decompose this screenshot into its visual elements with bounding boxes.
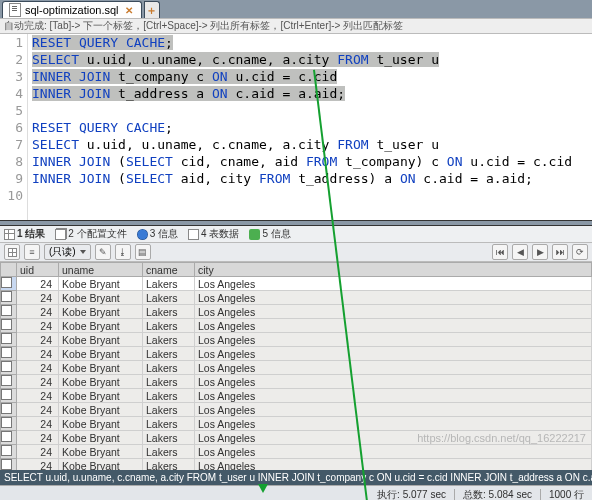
cell-uname[interactable]: Kobe Bryant <box>59 361 143 375</box>
table-row[interactable]: 24Kobe BryantLakersLos Angeles <box>1 375 592 389</box>
cell-uname[interactable]: Kobe Bryant <box>59 459 143 471</box>
row-header[interactable] <box>1 291 17 305</box>
code-line[interactable]: INNER JOIN (SELECT aid, city FROM t_addr… <box>32 170 592 187</box>
close-tab-icon[interactable]: ✕ <box>123 3 135 17</box>
cell-cname[interactable]: Lakers <box>143 375 195 389</box>
row-header[interactable] <box>1 319 17 333</box>
cell-cname[interactable]: Lakers <box>143 319 195 333</box>
code-line[interactable]: INNER JOIN (SELECT cid, cname, aid FROM … <box>32 153 592 170</box>
cell-city[interactable]: Los Angeles <box>195 459 592 471</box>
cell-cname[interactable]: Lakers <box>143 445 195 459</box>
row-header[interactable] <box>1 389 17 403</box>
row-selector-header[interactable] <box>1 263 17 277</box>
cell-city[interactable]: Los Angeles <box>195 333 592 347</box>
cell-uid[interactable]: 24 <box>17 347 59 361</box>
cell-cname[interactable]: Lakers <box>143 333 195 347</box>
row-header[interactable] <box>1 445 17 459</box>
cell-uname[interactable]: Kobe Bryant <box>59 445 143 459</box>
cell-cname[interactable]: Lakers <box>143 417 195 431</box>
row-header[interactable] <box>1 375 17 389</box>
toolbar-button-2[interactable]: ▤ <box>135 244 151 260</box>
row-header[interactable] <box>1 305 17 319</box>
cell-uid[interactable]: 24 <box>17 319 59 333</box>
table-row[interactable]: 24Kobe BryantLakersLos Angeles <box>1 459 592 471</box>
cell-uid[interactable]: 24 <box>17 277 59 291</box>
export-button[interactable]: ⭳ <box>115 244 131 260</box>
cell-uid[interactable]: 24 <box>17 361 59 375</box>
cell-cname[interactable]: Lakers <box>143 291 195 305</box>
cell-city[interactable]: Los Angeles <box>195 403 592 417</box>
cell-city[interactable]: Los Angeles <box>195 361 592 375</box>
cell-cname[interactable]: Lakers <box>143 305 195 319</box>
row-header[interactable] <box>1 347 17 361</box>
cell-uname[interactable]: Kobe Bryant <box>59 319 143 333</box>
code-content[interactable]: RESET QUERY CACHE;SELECT u.uid, u.uname,… <box>28 34 592 220</box>
cell-city[interactable]: Los Angeles <box>195 445 592 459</box>
row-header[interactable] <box>1 403 17 417</box>
code-line[interactable] <box>32 187 592 204</box>
code-line[interactable]: INNER JOIN t_address a ON c.aid = a.aid; <box>32 85 592 102</box>
cell-city[interactable]: Los Angeles <box>195 347 592 361</box>
code-line[interactable]: RESET QUERY CACHE; <box>32 119 592 136</box>
cell-uname[interactable]: Kobe Bryant <box>59 375 143 389</box>
prev-page-button[interactable]: ◀ <box>512 244 528 260</box>
cell-uid[interactable]: 24 <box>17 305 59 319</box>
cell-uid[interactable]: 24 <box>17 375 59 389</box>
code-line[interactable]: SELECT u.uid, u.uname, c.cname, a.city F… <box>32 51 592 68</box>
cell-city[interactable]: Los Angeles <box>195 319 592 333</box>
code-line[interactable]: RESET QUERY CACHE; <box>32 34 592 51</box>
cell-city[interactable]: Los Angeles <box>195 389 592 403</box>
row-header[interactable] <box>1 431 17 445</box>
code-line[interactable]: SELECT u.uid, u.uname, c.cname, a.city F… <box>32 136 592 153</box>
cell-uid[interactable]: 24 <box>17 431 59 445</box>
tab-info1[interactable]: 3 信息 <box>137 227 178 241</box>
cell-cname[interactable]: Lakers <box>143 459 195 471</box>
code-line[interactable] <box>32 102 592 119</box>
code-line[interactable]: INNER JOIN t_company c ON u.cid = c.cid <box>32 68 592 85</box>
table-row[interactable]: 24Kobe BryantLakersLos Angeles <box>1 347 592 361</box>
cell-uname[interactable]: Kobe Bryant <box>59 305 143 319</box>
table-row[interactable]: 24Kobe BryantLakersLos Angeles <box>1 319 592 333</box>
table-row[interactable]: 24Kobe BryantLakersLos Angeles <box>1 305 592 319</box>
cell-cname[interactable]: Lakers <box>143 431 195 445</box>
readonly-indicator[interactable]: (只读) <box>44 244 91 260</box>
grid-view-button[interactable] <box>4 244 20 260</box>
cell-uname[interactable]: Kobe Bryant <box>59 333 143 347</box>
tab-result[interactable]: 1 结果 <box>4 227 45 241</box>
table-row[interactable]: 24Kobe BryantLakersLos Angeles <box>1 361 592 375</box>
refresh-button[interactable]: ⟳ <box>572 244 588 260</box>
new-tab-button[interactable]: ＋ <box>144 1 160 18</box>
toolbar-button-1[interactable]: ✎ <box>95 244 111 260</box>
first-page-button[interactable]: ⏮ <box>492 244 508 260</box>
table-row[interactable]: 24Kobe BryantLakersLos Angeles <box>1 403 592 417</box>
cell-uid[interactable]: 24 <box>17 291 59 305</box>
row-header[interactable] <box>1 417 17 431</box>
table-row[interactable]: 24Kobe BryantLakersLos Angeles <box>1 277 592 291</box>
cell-uid[interactable]: 24 <box>17 459 59 471</box>
next-page-button[interactable]: ▶ <box>532 244 548 260</box>
cell-uid[interactable]: 24 <box>17 389 59 403</box>
table-row[interactable]: 24Kobe BryantLakersLos Angeles <box>1 389 592 403</box>
cell-uname[interactable]: Kobe Bryant <box>59 291 143 305</box>
tab-tabledata[interactable]: 4 表数据 <box>188 227 239 241</box>
cell-uid[interactable]: 24 <box>17 403 59 417</box>
cell-cname[interactable]: Lakers <box>143 361 195 375</box>
cell-cname[interactable]: Lakers <box>143 347 195 361</box>
cell-uname[interactable]: Kobe Bryant <box>59 389 143 403</box>
cell-city[interactable]: Los Angeles <box>195 375 592 389</box>
cell-cname[interactable]: Lakers <box>143 403 195 417</box>
row-header[interactable] <box>1 361 17 375</box>
cell-city[interactable]: Los Angeles <box>195 305 592 319</box>
col-city[interactable]: city <box>195 263 592 277</box>
cell-cname[interactable]: Lakers <box>143 389 195 403</box>
row-header[interactable] <box>1 277 17 291</box>
cell-uname[interactable]: Kobe Bryant <box>59 277 143 291</box>
cell-uname[interactable]: Kobe Bryant <box>59 431 143 445</box>
table-row[interactable]: 24Kobe BryantLakersLos Angeles <box>1 445 592 459</box>
cell-cname[interactable]: Lakers <box>143 277 195 291</box>
cell-city[interactable]: Los Angeles <box>195 277 592 291</box>
table-row[interactable]: 24Kobe BryantLakersLos Angeles <box>1 417 592 431</box>
col-cname[interactable]: cname <box>143 263 195 277</box>
code-editor[interactable]: 12345678910 RESET QUERY CACHE;SELECT u.u… <box>0 34 592 220</box>
cell-uid[interactable]: 24 <box>17 445 59 459</box>
